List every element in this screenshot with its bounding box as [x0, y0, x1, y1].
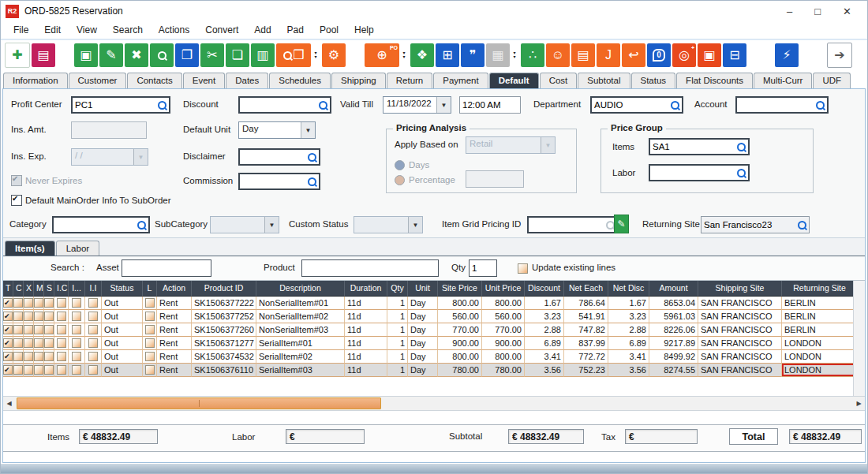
cell-idots[interactable]: [69, 364, 85, 377]
crew-button[interactable]: ☺: [546, 43, 570, 67]
column-header-product_id[interactable]: Product ID: [192, 281, 256, 297]
memo-button[interactable]: 0: [647, 43, 671, 67]
table-row[interactable]: OutRentSK1506377222NonSerialItem#0111d1D…: [3, 297, 859, 310]
column-header-discount[interactable]: Discount: [525, 281, 564, 297]
tab-udf[interactable]: UDF: [813, 73, 851, 88]
row-checkbox-c[interactable]: [13, 298, 23, 308]
row-checkbox-m[interactable]: [34, 312, 43, 321]
commission-input[interactable]: [241, 177, 307, 186]
item-tab-labor[interactable]: Labor: [56, 241, 99, 256]
table-row[interactable]: OutRentSK1506376110SerialItem#0311d1Day7…: [3, 364, 859, 377]
table-row[interactable]: OutRentSK1506377260NonSerialItem#0311d1D…: [3, 323, 859, 337]
row-checkbox-idots[interactable]: [72, 365, 81, 375]
tab-shipping[interactable]: Shipping: [331, 73, 386, 88]
table-row[interactable]: OutRentSK1506377252NonSerialItem#0211d1D…: [3, 310, 859, 323]
row-checkbox-ic[interactable]: [57, 325, 66, 334]
menu-convert[interactable]: Convert: [197, 23, 246, 37]
tab-default[interactable]: Default: [489, 73, 539, 88]
menu-file[interactable]: File: [6, 23, 36, 37]
row-checkbox-m[interactable]: [34, 365, 43, 375]
valid-till-time-field[interactable]: [459, 96, 521, 114]
search-icon[interactable]: [318, 100, 328, 110]
column-header-amount[interactable]: Amount: [649, 281, 698, 297]
column-header-site_price[interactable]: Site Price: [438, 281, 482, 297]
availability-grid-button[interactable]: ⊞: [436, 43, 459, 67]
row-checkbox-ic[interactable]: [57, 298, 66, 308]
dropdown-caret[interactable]: ▾▾: [400, 43, 408, 67]
cell-l[interactable]: [143, 337, 157, 350]
row-selected-checkbox[interactable]: [3, 352, 13, 361]
item-tab-item-s[interactable]: Item(s): [5, 241, 55, 256]
cell-t[interactable]: [3, 364, 13, 377]
column-header-idots[interactable]: I...: [69, 281, 85, 297]
minimize-button[interactable]: –: [787, 6, 792, 17]
column-header-unit_price[interactable]: Unit Price: [482, 281, 525, 297]
close-button[interactable]: ✕: [843, 6, 851, 17]
column-header-net_each[interactable]: Net Each: [564, 281, 608, 297]
row-checkbox-m[interactable]: [34, 298, 43, 308]
menu-pad[interactable]: Pad: [279, 23, 312, 37]
cell-ii[interactable]: [85, 323, 102, 337]
cell-s[interactable]: [44, 323, 54, 337]
cell-t[interactable]: [3, 337, 13, 350]
cell-m[interactable]: [34, 323, 44, 337]
column-header-t[interactable]: T: [3, 281, 13, 297]
commission-field[interactable]: [238, 173, 320, 190]
cell-l[interactable]: [143, 350, 157, 364]
tab-event[interactable]: Event: [183, 73, 225, 88]
update-existing-lines-checkbox[interactable]: [518, 263, 528, 274]
search-icon[interactable]: [307, 152, 317, 162]
cell-c[interactable]: [13, 350, 24, 364]
cell-ic[interactable]: [54, 310, 69, 323]
column-header-l[interactable]: L: [143, 281, 157, 297]
price-group-labor-field[interactable]: [649, 164, 750, 181]
price-group-items-input[interactable]: [652, 142, 736, 151]
cell-s[interactable]: [44, 364, 54, 377]
asset-field[interactable]: [122, 259, 211, 277]
column-header-c[interactable]: C: [13, 281, 24, 297]
row-checkbox-x[interactable]: [24, 338, 33, 348]
cell-ii[interactable]: [85, 310, 102, 323]
cell-ii[interactable]: [85, 350, 102, 364]
row-checkbox-s[interactable]: [44, 365, 54, 375]
cell-c[interactable]: [13, 297, 24, 310]
row-checkbox-ii[interactable]: [88, 312, 98, 321]
tab-contacts[interactable]: Contacts: [127, 73, 181, 88]
row-checkbox-c[interactable]: [13, 365, 23, 375]
chevron-down-icon[interactable]: ▼: [436, 97, 451, 113]
product-input[interactable]: [302, 260, 438, 276]
search-icon[interactable]: [736, 168, 746, 178]
edit-button[interactable]: ✎: [99, 43, 123, 67]
cell-ii[interactable]: [85, 297, 102, 310]
copy-button[interactable]: ❏: [226, 43, 249, 67]
cell-t[interactable]: [3, 310, 13, 323]
cell-c[interactable]: [13, 310, 24, 323]
discount-input[interactable]: [241, 100, 318, 110]
row-checkbox-s[interactable]: [44, 298, 54, 308]
cell-x[interactable]: [24, 364, 34, 377]
search-icon[interactable]: [815, 100, 825, 110]
discount-field[interactable]: [238, 96, 331, 114]
price-group-labor-input[interactable]: [652, 168, 736, 177]
row-checkbox-l[interactable]: [145, 365, 155, 375]
column-header-m[interactable]: M: [34, 281, 44, 297]
row-checkbox-ii[interactable]: [88, 338, 98, 348]
row-checkbox-c[interactable]: [13, 338, 23, 348]
cell-s[interactable]: [44, 350, 54, 364]
item-grid-pricing-field[interactable]: [527, 216, 619, 233]
cell-ii[interactable]: [85, 364, 102, 377]
truck-button[interactable]: ⊟: [723, 43, 746, 67]
column-header-net_disc[interactable]: Net Disc: [608, 281, 649, 297]
valid-till-date-combo[interactable]: 11/18/2022 ▼: [383, 96, 451, 114]
disclaimer-field[interactable]: [238, 148, 320, 166]
row-checkbox-s[interactable]: [44, 312, 54, 321]
dropdown-caret[interactable]: ▾▾: [312, 43, 320, 67]
row-checkbox-x[interactable]: [24, 325, 33, 334]
menu-pool[interactable]: Pool: [312, 23, 346, 37]
row-checkbox-idots[interactable]: [72, 325, 81, 334]
chevron-down-icon[interactable]: ▼: [301, 122, 315, 138]
row-selected-checkbox[interactable]: [3, 338, 13, 348]
row-checkbox-ic[interactable]: [57, 312, 66, 321]
horizontal-scrollbar[interactable]: ◀ ▶: [3, 396, 865, 411]
vertical-scrollbar[interactable]: [853, 281, 865, 396]
